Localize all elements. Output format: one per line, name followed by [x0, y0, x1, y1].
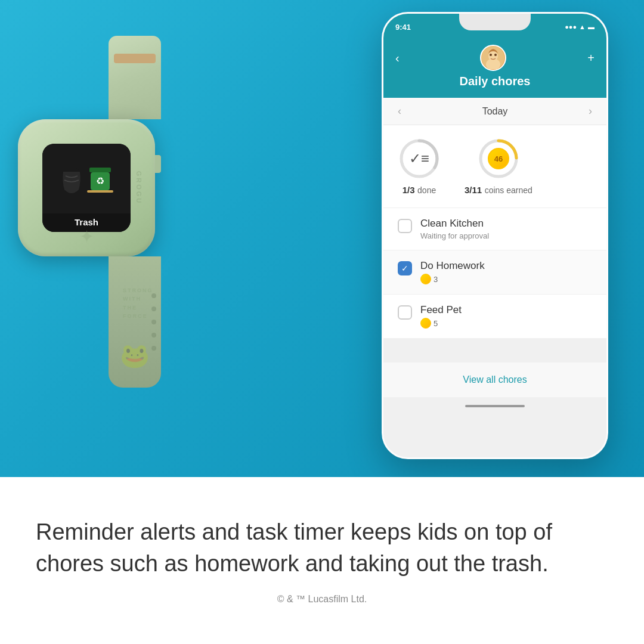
svg-point-9 [494, 54, 497, 56]
top-section: ♻ Trash GROGU ✦ [0, 0, 644, 477]
battery-icon: ▬ [588, 23, 595, 30]
watch-model-text: GROGU [136, 171, 143, 205]
empty-space [383, 339, 606, 363]
band-hole [151, 333, 156, 338]
bottom-main-text: Reminder alerts and task timer keeps kid… [36, 516, 608, 580]
next-date-button[interactable]: › [589, 105, 592, 117]
chore-checkbox-feed-pet[interactable] [398, 305, 412, 320]
status-time: 9:41 [395, 23, 411, 32]
tasks-done-count: 1/3 [402, 185, 415, 195]
watch-clasp [114, 54, 156, 63]
tasks-done-label: done [417, 185, 436, 195]
watch-emblem: 🐸 [120, 342, 150, 370]
coins-done-label: coins earned [485, 185, 532, 195]
phone-header: ‹ + D [383, 40, 606, 98]
bottom-section: Reminder alerts and task timer keeps kid… [0, 477, 644, 644]
tasks-circle: ✓≡ [398, 137, 441, 180]
svg-rect-1 [89, 168, 111, 172]
trash-scene: ♻ [60, 164, 113, 194]
chore-item-clean-kitchen[interactable]: Clean Kitchen Waiting for approval [383, 208, 606, 250]
tasks-label: 1/3 done [402, 185, 436, 196]
add-button[interactable]: + [587, 51, 595, 65]
svg-rect-4 [87, 190, 113, 193]
phone-body: 9:41 ●●● ▲ ▬ ‹ [382, 12, 608, 459]
chore-coins-feed-pet: 5 [420, 318, 592, 329]
signal-icon: ●●● [565, 23, 577, 30]
tasks-progress: ✓≡ 1/3 done [398, 137, 441, 196]
coins-label: 3/11 coins earned [465, 185, 532, 196]
phone-container: 9:41 ●●● ▲ ▬ ‹ [382, 12, 620, 465]
status-icons: ●●● ▲ ▬ [565, 23, 595, 30]
coins-circle: 46 [477, 137, 520, 180]
view-all-section: View all chores [383, 363, 606, 397]
prev-date-button[interactable]: ‹ [398, 105, 401, 117]
svg-text:♻: ♻ [96, 176, 104, 186]
watch-screen: ♻ Trash [42, 144, 131, 232]
home-bar [465, 405, 525, 407]
mini-coin-icon [420, 318, 431, 329]
chore-list: Clean Kitchen Waiting for approval ✓ Do … [383, 208, 606, 363]
phone-title: Daily chores [460, 75, 531, 88]
copyright-text: © & ™ Lucasfilm Ltd. [277, 594, 367, 605]
current-date: Today [482, 106, 508, 117]
watch-case: ♻ Trash GROGU ✦ [18, 119, 155, 256]
watch-band-bottom: STRONGWITHTHEFORCE 🐸 [109, 256, 161, 388]
chore-info-do-homework: Do Homework 3 [420, 260, 592, 284]
chore-coins-do-homework: 3 [420, 274, 592, 284]
watch-band-top [109, 36, 161, 119]
chore-name-do-homework: Do Homework [420, 260, 592, 272]
coin-badge: 46 [488, 148, 509, 169]
avatar-image [482, 47, 504, 69]
trash-bin-icon: ♻ [87, 164, 113, 194]
watch-band-text: STRONGWITHTHEFORCE [123, 286, 153, 321]
chore-checkbox-clean-kitchen[interactable] [398, 219, 412, 233]
chore-info-feed-pet: Feed Pet 5 [420, 304, 592, 329]
chore-sub-clean-kitchen: Waiting for approval [420, 231, 592, 240]
coins-progress: 46 3/11 coins earned [465, 137, 532, 196]
trash-bag-icon [60, 167, 83, 194]
chore-name-feed-pet: Feed Pet [420, 304, 592, 316]
watch-screen-image: ♻ [42, 144, 131, 213]
watch-visual: ♻ Trash GROGU ✦ [18, 36, 161, 388]
coin-count-badge: 46 [488, 148, 509, 169]
chore-item-feed-pet[interactable]: Feed Pet 5 [383, 295, 606, 339]
date-nav: ‹ Today › [383, 98, 606, 125]
coin-count-feed-pet: 5 [434, 319, 438, 328]
chore-name-clean-kitchen: Clean Kitchen [420, 218, 592, 230]
chore-checkbox-do-homework[interactable]: ✓ [398, 261, 412, 275]
view-all-link[interactable]: View all chores [463, 374, 527, 385]
watch-logo: ✦ [79, 226, 94, 247]
home-indicator [383, 397, 606, 415]
chore-item-do-homework[interactable]: ✓ Do Homework 3 [383, 250, 606, 295]
tasks-check-icon: ✓≡ [409, 150, 429, 167]
chore-info-clean-kitchen: Clean Kitchen Waiting for approval [420, 218, 592, 240]
wifi-icon: ▲ [579, 23, 586, 30]
back-button[interactable]: ‹ [395, 51, 400, 65]
coins-done-count: 3/11 [465, 185, 482, 195]
mini-coin-icon [420, 274, 431, 284]
svg-point-8 [490, 54, 492, 56]
avatar[interactable] [480, 45, 506, 71]
phone-notch [459, 14, 531, 30]
band-hole [151, 346, 156, 351]
header-nav: ‹ + [395, 45, 595, 71]
coin-count-do-homework: 3 [434, 275, 438, 284]
progress-area: ✓≡ 1/3 done [383, 125, 606, 208]
